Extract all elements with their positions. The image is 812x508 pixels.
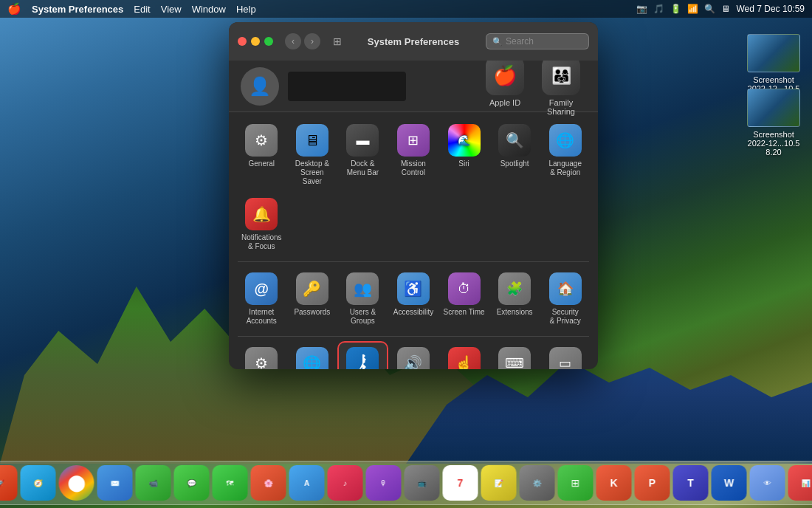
nav-back-button[interactable]: ‹ (285, 33, 301, 49)
desktop-screensaver-label: Desktop &Screen Saver (292, 159, 334, 186)
pref-spotlight[interactable]: 🔍 Spotlight (491, 120, 539, 190)
menubar-search-icon[interactable]: 🔍 (704, 4, 715, 14)
search-placeholder: Search (506, 36, 534, 47)
dock: 😊 🚀 🧭 ⬤ ✉️ 📹 💬 🗺 🌸 A ♪ 🎙 📺 7 📝 ⚙️ ⊞ K P … (0, 461, 812, 505)
family-sharing-button[interactable]: 👨‍👩‍👧 FamilySharing (536, 54, 586, 119)
search-box[interactable]: 🔍 Search (486, 33, 589, 49)
family-sharing-icon: 👨‍👩‍👧 (542, 57, 580, 95)
apple-menu[interactable]: 🍎 (7, 2, 21, 16)
pref-general[interactable]: ⚙ General (238, 120, 286, 190)
siri-label: Siri (458, 159, 469, 168)
dock-launchpad[interactable]: 🚀 (0, 465, 18, 501)
prefs-divider-2 (238, 336, 589, 337)
pref-touch-id[interactable]: ☝ Touch ID (440, 343, 488, 369)
menubar-right: 📷 🎵 🔋 📶 🔍 🖥 Wed 7 Dec 10:59 (636, 4, 805, 14)
window-title: System Preferences (368, 36, 459, 47)
pref-dock-menu-bar[interactable]: ▬ Dock &Menu Bar (339, 120, 387, 190)
menubar-app-name[interactable]: System Preferences (32, 4, 123, 15)
dock-mail[interactable]: ✉️ (97, 465, 133, 501)
search-icon: 🔍 (492, 37, 503, 47)
dock-teams[interactable]: T (673, 465, 709, 501)
trackpad-icon: ▭ (549, 347, 582, 369)
traffic-lights (238, 37, 273, 46)
language-region-label: Language& Region (548, 159, 582, 177)
dock-preview[interactable]: 👁 (750, 465, 785, 501)
software-update-icon: ⚙ (245, 347, 278, 369)
dock-pages[interactable]: P (635, 465, 670, 501)
dock-music[interactable]: ♪ (328, 465, 363, 501)
users-groups-icon: 👥 (346, 272, 379, 305)
dock-maps[interactable]: 🗺 (213, 465, 248, 501)
dock-messages[interactable]: 💬 (174, 465, 210, 501)
keyboard-icon: ⌨ (498, 347, 531, 369)
extensions-icon: 🧩 (498, 272, 531, 305)
dock-system-preferences[interactable]: ⚙️ (520, 465, 555, 501)
pref-keyboard[interactable]: ⌨ Keyboard (491, 343, 539, 369)
dock-calendar[interactable]: 7 (443, 465, 478, 501)
pref-notifications-focus[interactable]: 🔔 Notifications& Focus (238, 193, 286, 255)
pref-screen-time[interactable]: ⏱ Screen Time (440, 268, 488, 330)
mission-control-label: MissionControl (401, 159, 426, 177)
dock-notes[interactable]: 📝 (481, 465, 517, 501)
pref-internet-accounts[interactable]: @ InternetAccounts (238, 268, 286, 330)
nav-forward-button[interactable]: › (304, 33, 320, 49)
dock-numbers[interactable]: ⊞ (558, 465, 593, 501)
pref-trackpad[interactable]: ▭ Trackpad (541, 343, 589, 369)
apple-id-label: Apple ID (489, 98, 520, 107)
pref-users-groups[interactable]: 👥 Users &Groups (339, 268, 387, 330)
dock-chrome[interactable]: ⬤ (59, 465, 94, 501)
menubar-display-icon: 🖥 (721, 4, 730, 14)
dock-keynote[interactable]: K (596, 465, 632, 501)
profile-name-box[interactable] (288, 72, 406, 101)
dock-word[interactable]: W (712, 465, 747, 501)
pref-extensions[interactable]: 🧩 Extensions (491, 268, 539, 330)
pref-software-update[interactable]: ⚙ SoftwareUpdate (238, 343, 286, 369)
users-groups-label: Users &Groups (350, 308, 376, 326)
nav-buttons: ‹ › (285, 33, 320, 49)
menubar-help[interactable]: Help (236, 4, 256, 15)
pref-sound[interactable]: 🔊 Sound (390, 343, 438, 369)
avatar-icon: 👤 (249, 76, 271, 97)
dock-menu-bar-icon: ▬ (346, 124, 379, 157)
accessibility-label: Accessibility (393, 308, 433, 317)
accessibility-icon: ♿ (397, 272, 430, 305)
passwords-icon: 🔑 (296, 272, 328, 305)
pref-security-privacy[interactable]: 🏠 Security& Privacy (541, 268, 589, 330)
dock-activity[interactable]: 📊 (788, 465, 813, 501)
window-titlebar: ‹ › ⊞ System Preferences 🔍 Search (229, 22, 598, 61)
pref-bluetooth[interactable]: Bluetooth (339, 343, 387, 369)
desktop-file-screenshot2[interactable]: Screenshot2022-12...10.58.20 (744, 89, 803, 157)
pref-passwords[interactable]: 🔑 Passwords (289, 268, 337, 330)
dock-safari[interactable]: 🧭 (21, 465, 56, 501)
pref-language-region[interactable]: 🌐 Language& Region (541, 120, 589, 190)
screen-time-icon: ⏱ (448, 272, 481, 305)
family-sharing-label: FamilySharing (547, 98, 575, 116)
pref-network[interactable]: 🌐 Network (289, 343, 337, 369)
dock-podcasts[interactable]: 🎙 (366, 465, 402, 501)
prefs-grid: ⚙ General 🖥 Desktop &Screen Saver ▬ Dock… (229, 112, 598, 369)
dock-appstore[interactable]: A (289, 465, 325, 501)
dock-facetime[interactable]: 📹 (136, 465, 171, 501)
user-avatar[interactable]: 👤 (241, 67, 279, 106)
screenshot2-label: Screenshot2022-12...10.58.20 (744, 130, 803, 157)
pref-accessibility[interactable]: ♿ Accessibility (390, 268, 438, 330)
menubar-edit[interactable]: Edit (134, 4, 150, 15)
prefs-divider-1 (238, 261, 589, 262)
pref-desktop-screensaver[interactable]: 🖥 Desktop &Screen Saver (289, 120, 337, 190)
dock-photos[interactable]: 🌸 (251, 465, 286, 501)
pref-mission-control[interactable]: ⊞ MissionControl (390, 120, 438, 190)
menubar-battery-icon: 🔋 (670, 4, 681, 14)
grid-view-button[interactable]: ⊞ (329, 33, 345, 49)
menubar-view[interactable]: View (161, 4, 182, 15)
notifications-focus-label: Notifications& Focus (241, 233, 281, 251)
spotlight-label: Spotlight (500, 159, 529, 168)
menubar-window[interactable]: Window (192, 4, 226, 15)
maximize-button[interactable] (264, 37, 273, 46)
dock-appletv[interactable]: 📺 (405, 465, 440, 501)
close-button[interactable] (238, 37, 247, 46)
system-preferences-window: ‹ › ⊞ System Preferences 🔍 Search 👤 🍎 Ap… (229, 22, 598, 369)
pref-siri[interactable]: 🌊 Siri (440, 120, 488, 190)
apple-id-button[interactable]: 🍎 Apple ID (480, 54, 530, 119)
notifications-focus-icon: 🔔 (245, 198, 278, 230)
minimize-button[interactable] (251, 37, 260, 46)
